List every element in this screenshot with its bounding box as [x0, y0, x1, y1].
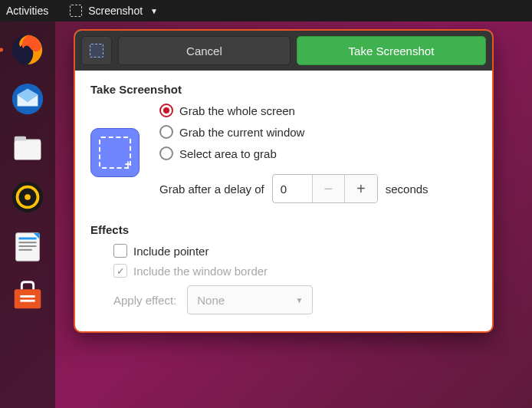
effects-section: Effects Include pointer Include the wind… [90, 223, 477, 314]
checkbox-icon [113, 264, 127, 278]
radio-icon [159, 125, 173, 139]
selection-mode-button[interactable] [81, 36, 112, 65]
selection-icon [90, 44, 103, 58]
chevron-down-icon: ▼ [150, 7, 158, 15]
take-screenshot-heading: Take Screenshot [90, 83, 477, 96]
combo-value: None [197, 294, 225, 307]
checkbox-label: Include pointer [133, 245, 209, 258]
delay-spinbutton[interactable]: 0 − + [272, 174, 378, 203]
apply-effect-label: Apply effect: [113, 294, 176, 307]
dock-item-firefox[interactable] [7, 29, 48, 71]
delay-increment-button[interactable]: + [345, 175, 377, 202]
chevron-down-icon: ▼ [295, 296, 303, 304]
delay-decrement-button[interactable]: − [313, 175, 345, 202]
delay-row: Grab after a delay of 0 − + seconds [159, 174, 477, 203]
dock-item-software[interactable] [7, 275, 48, 316]
svg-rect-11 [19, 245, 37, 247]
svg-rect-10 [19, 242, 37, 243]
take-screenshot-button[interactable]: Take Screenshot [297, 36, 486, 65]
radio-icon [159, 104, 173, 117]
apply-effect-combo: None ▼ [187, 285, 313, 314]
dock [0, 21, 55, 408]
radio-whole-screen[interactable]: Grab the whole screen [159, 104, 477, 117]
radio-select-area[interactable]: Select area to grab [159, 146, 477, 160]
app-menu[interactable]: Screenshot ▼ [70, 5, 158, 17]
preview-thumbnail [90, 128, 140, 177]
screenshot-window: Cancel Take Screenshot Take Screenshot G… [75, 31, 492, 331]
radio-label: Grab the whole screen [179, 104, 295, 117]
cancel-button[interactable]: Cancel [118, 36, 291, 65]
svg-rect-15 [20, 300, 34, 302]
selection-icon [99, 137, 131, 169]
effects-heading: Effects [90, 223, 477, 236]
svg-rect-9 [19, 238, 37, 240]
checkbox-label: Include the window border [133, 265, 268, 278]
svg-rect-4 [15, 140, 41, 160]
header-bar: Cancel Take Screenshot [75, 31, 492, 71]
svg-rect-13 [15, 289, 41, 308]
radio-current-window[interactable]: Grab the current window [159, 125, 477, 139]
radio-icon [159, 146, 173, 160]
window-body: Take Screenshot Grab the whole screen Gr… [75, 71, 492, 331]
radio-label: Select area to grab [179, 147, 277, 160]
dock-item-thunderbird[interactable] [7, 78, 48, 120]
include-border-checkbox: Include the window border [113, 264, 477, 278]
radio-label: Grab the current window [179, 126, 304, 139]
app-menu-label: Screenshot [88, 5, 143, 17]
dock-item-rhythmbox[interactable] [7, 176, 48, 218]
apply-effect-row: Apply effect: None ▼ [113, 285, 477, 314]
screenshot-icon [70, 5, 82, 17]
svg-point-7 [25, 194, 31, 200]
svg-rect-12 [19, 249, 32, 251]
delay-label-before: Grab after a delay of [159, 183, 264, 196]
delay-value[interactable]: 0 [273, 175, 313, 202]
svg-rect-14 [20, 295, 34, 298]
top-bar: Activities Screenshot ▼ [0, 0, 532, 21]
dock-item-libreoffice-writer[interactable] [7, 225, 48, 267]
dock-item-files[interactable] [7, 127, 48, 169]
activities-button[interactable]: Activities [6, 5, 48, 17]
include-pointer-checkbox[interactable]: Include pointer [113, 244, 477, 258]
grab-mode-radios: Grab the whole screen Grab the current w… [159, 104, 477, 160]
delay-label-after: seconds [386, 183, 429, 196]
checkbox-icon [113, 244, 127, 258]
